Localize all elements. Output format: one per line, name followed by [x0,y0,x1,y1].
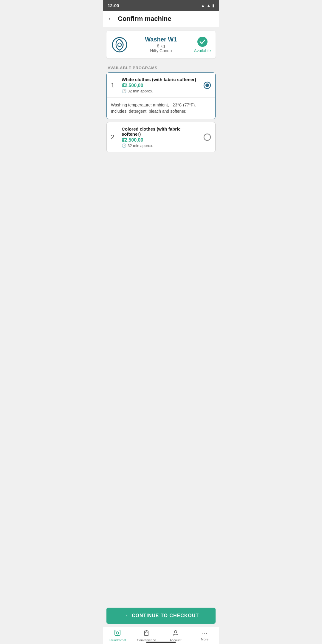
svg-point-4 [205,83,209,87]
wifi-icon: ▲ [201,3,205,8]
program-details-2: Colored clothes (with fabric softener) ₡… [122,126,200,148]
svg-point-1 [118,43,121,47]
machine-weight: 8 kg [131,44,190,48]
program-number-2: 2 [111,133,118,141]
back-button[interactable]: ← [108,15,114,23]
programs-list: 1 White clothes (with fabric softener) ₡… [106,72,216,152]
washer-icon [111,36,128,53]
signal-icon: ▲ [207,3,210,8]
program-details-1: White clothes (with fabric softener) ₡2.… [122,77,200,93]
program-time-2: 🕐 32 min approx. [122,143,200,148]
radio-button-1[interactable] [203,81,211,89]
machine-location: Nifty Condo [131,48,190,53]
program-price-2: ₡2.500,00 [122,137,200,143]
machine-status: Available [194,36,211,53]
program-time-1: 🕐 32 min approx. [122,89,200,93]
status-bar: 12:00 ▲ ▲ ▮ [103,0,219,11]
clock-icon-1: 🕐 [122,89,126,93]
program-row-2[interactable]: 2 Colored clothes (with fabric softener)… [107,122,215,152]
svg-point-2 [197,37,208,47]
program-item-2[interactable]: 2 Colored clothes (with fabric softener)… [106,122,216,152]
availability-label: Available [194,48,211,53]
program-number-1: 1 [111,81,118,89]
radio-button-2[interactable] [203,133,211,141]
programs-section-title: AVAILABLE PROGRAMS [103,62,219,72]
program-row-1[interactable]: 1 White clothes (with fabric softener) ₡… [107,73,215,97]
status-time: 12:00 [108,3,119,8]
machine-card: Washer W1 8 kg Nifty Condo Available [106,31,216,58]
program-item-1[interactable]: 1 White clothes (with fabric softener) ₡… [106,72,216,119]
program-price-1: ₡2.500,00 [122,83,200,88]
program-description-1: Washing temperature: ambient, ~23°C (77°… [107,97,215,119]
program-name-1: White clothes (with fabric softener) [122,77,200,82]
svg-point-5 [204,134,210,140]
status-icons: ▲ ▲ ▮ [201,3,214,8]
clock-icon-2: 🕐 [122,143,126,148]
machine-name: Washer W1 [131,36,190,43]
available-check-icon [197,36,208,47]
header: ← Confirm machine [103,11,219,27]
program-name-2: Colored clothes (with fabric softener) [122,126,200,137]
battery-icon: ▮ [212,3,214,8]
page-title: Confirm machine [118,15,171,23]
machine-info: Washer W1 8 kg Nifty Condo [131,36,190,53]
